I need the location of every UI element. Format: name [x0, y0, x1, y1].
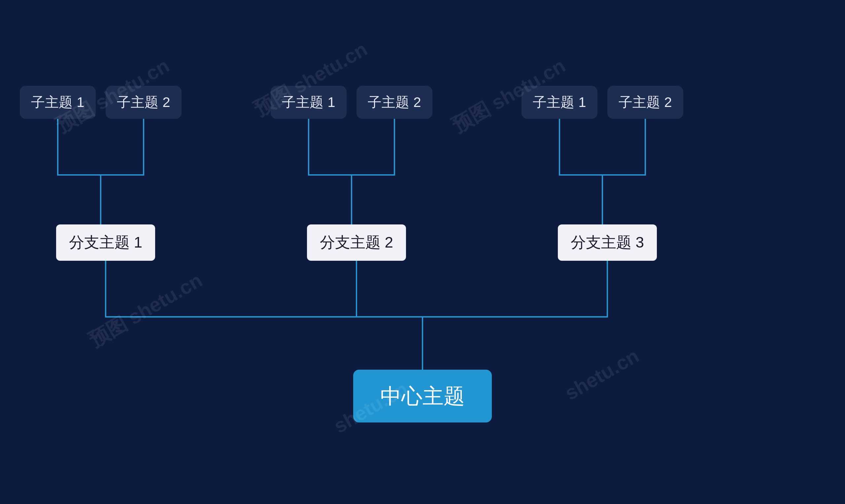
child-node-5: 子主题 1 [522, 86, 597, 119]
watermark-4: 预图 shetu.cn [84, 267, 207, 354]
child-node-1: 子主题 1 [20, 86, 96, 119]
child56-top-bar [559, 119, 645, 175]
branch-node-2: 分支主题 2 [307, 224, 406, 261]
center-node: 中心主题 [353, 370, 492, 422]
child-node-3: 子主题 1 [271, 86, 346, 119]
branch1-to-center-line [106, 261, 422, 370]
branch-node-3: 分支主题 3 [558, 224, 657, 261]
child-node-4: 子主题 2 [357, 86, 432, 119]
diagram-container: 子主题 1 子主题 2 子主题 1 子主题 2 子主题 1 子主题 2 分支主题… [0, 0, 845, 504]
branch-node-1: 分支主题 1 [56, 224, 155, 261]
child12-top-bar [58, 119, 144, 175]
child-node-6: 子主题 2 [607, 86, 683, 119]
child34-top-bar [309, 119, 394, 175]
branch3-to-center-line [422, 261, 607, 317]
child-node-2: 子主题 2 [106, 86, 182, 119]
watermark-6: shetu.cn [561, 344, 643, 404]
